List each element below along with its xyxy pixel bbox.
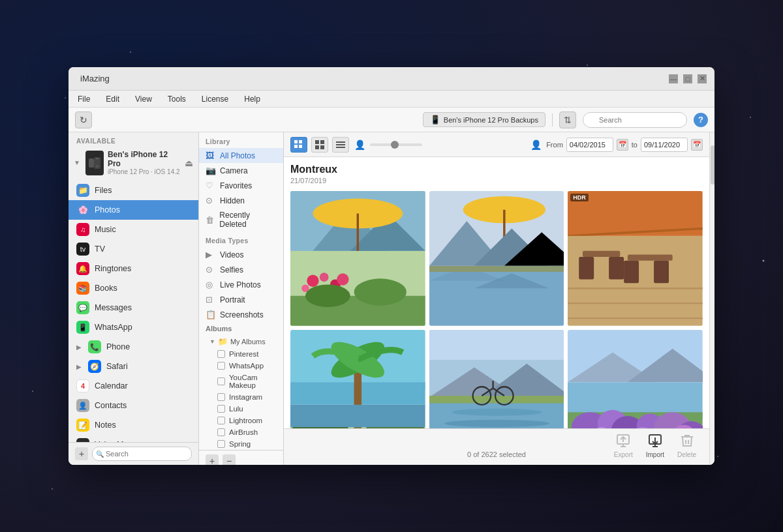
my-albums-icon: 📁 <box>218 337 228 346</box>
album-item-instagram[interactable]: Instagram <box>199 391 283 403</box>
sidebar-item-notes[interactable]: 📝 Notes <box>69 415 198 435</box>
photo-scrollbar[interactable] <box>709 132 714 465</box>
svg-point-62 <box>452 408 542 415</box>
to-calendar-button[interactable]: 📅 <box>691 139 703 151</box>
sidebar-label-safari: Safari <box>106 362 128 371</box>
photo-grid-area: Montreux 21/07/2019 <box>284 157 709 428</box>
favorites-icon: ♡ <box>206 181 216 190</box>
view-grid-small-button[interactable] <box>290 137 307 153</box>
menu-license[interactable]: License <box>199 93 231 105</box>
menu-help[interactable]: Help <box>241 93 263 105</box>
to-date-input[interactable] <box>641 138 688 152</box>
menu-view[interactable]: View <box>132 93 155 105</box>
minimize-button[interactable]: — <box>669 74 678 83</box>
browser-videos[interactable]: ▶ Videos <box>199 247 283 262</box>
view-grid-large-button[interactable] <box>311 137 328 153</box>
album-checkbox-airbrush[interactable] <box>217 428 225 436</box>
sidebar: AVAILABLE ▼ Ben's iPhone 12 Pro iPhone 1… <box>69 132 199 465</box>
albums-section-header[interactable]: Albums <box>199 322 283 335</box>
browser-recently-deleted[interactable]: 🗑 Recently Deleted <box>199 208 283 231</box>
browser-hidden[interactable]: ⊙ Hidden <box>199 193 283 208</box>
browser-camera[interactable]: 📷 Camera <box>199 163 283 178</box>
main-window: iMazing — □ ✕ File Edit View Tools Licen… <box>69 67 714 465</box>
device-selector[interactable]: 📱 Ben's iPhone 12 Pro Backups <box>423 112 545 127</box>
export-action[interactable]: Export <box>614 432 633 458</box>
main-content: AVAILABLE ▼ Ben's iPhone 12 Pro iPhone 1… <box>69 132 714 465</box>
browser-favorites[interactable]: ♡ Favorites <box>199 178 283 193</box>
menu-tools[interactable]: Tools <box>165 93 189 105</box>
person-right-icon[interactable]: 👤 <box>529 138 542 151</box>
sidebar-search-input[interactable] <box>92 447 192 461</box>
messages-icon: 💬 <box>76 301 89 314</box>
svg-rect-4 <box>315 140 319 144</box>
person-left-icon[interactable]: 👤 <box>353 138 366 151</box>
photo-cell-1[interactable] <box>290 191 425 326</box>
photo-cell-2[interactable] <box>429 191 564 326</box>
from-calendar-button[interactable]: 📅 <box>617 139 628 151</box>
album-checkbox-lightroom[interactable] <box>217 417 225 424</box>
browser-all-photos[interactable]: 🖼 All Photos <box>199 148 283 163</box>
svg-point-63 <box>444 419 549 426</box>
album-item-pinterest[interactable]: Pinterest <box>199 348 283 360</box>
eject-icon[interactable]: ⏏ <box>185 158 193 168</box>
sidebar-item-music[interactable]: ♫ Music <box>69 220 198 239</box>
browser-selfies[interactable]: ⊙ Selfies <box>199 262 283 277</box>
delete-action[interactable]: Delete <box>677 432 696 458</box>
delete-label: Delete <box>677 451 696 458</box>
sidebar-item-phone[interactable]: ▶ 📞 Phone <box>69 337 198 357</box>
refresh-button[interactable]: ↻ <box>75 111 92 128</box>
close-button[interactable]: ✕ <box>698 74 707 83</box>
album-checkbox-youcam[interactable] <box>217 377 225 385</box>
sidebar-item-tv[interactable]: tv TV <box>69 239 198 259</box>
import-action[interactable]: Import <box>646 432 664 458</box>
svg-rect-0 <box>294 140 298 143</box>
sidebar-item-safari[interactable]: ▶ 🧭 Safari <box>69 357 198 376</box>
from-date-input[interactable] <box>566 138 613 152</box>
album-checkbox-instagram[interactable] <box>217 393 225 401</box>
album-item-spring[interactable]: Spring <box>199 438 283 450</box>
album-item-youcam[interactable]: YouCam Makeup <box>199 372 283 391</box>
sidebar-item-files[interactable]: 📁 Files <box>69 181 198 200</box>
sidebar-item-whatsapp[interactable]: 📱 WhatsApp <box>69 318 198 337</box>
album-checkbox-pinterest[interactable] <box>217 350 225 358</box>
browser-add-button[interactable]: + <box>206 454 219 465</box>
contacts-icon: 👤 <box>76 399 89 412</box>
browser-screenshots[interactable]: 📋 Screenshots <box>199 307 283 322</box>
menu-edit[interactable]: Edit <box>103 93 122 105</box>
sidebar-item-messages[interactable]: 💬 Messages <box>69 298 198 318</box>
sidebar-item-ringtones[interactable]: 🔔 Ringtones <box>69 259 198 278</box>
view-list-button[interactable] <box>332 137 349 153</box>
photo-cell-3[interactable]: HDR <box>568 191 703 326</box>
album-item-lulu[interactable]: Lulu <box>199 403 283 415</box>
album-checkbox-lulu[interactable] <box>217 405 225 413</box>
photo-cell-5[interactable] <box>429 330 564 428</box>
sidebar-item-voice-memos[interactable]: 🎙 Voice Memos <box>69 435 198 442</box>
books-icon: 📚 <box>76 282 89 295</box>
album-item-whatsapp[interactable]: WhatsApp <box>199 360 283 372</box>
sidebar-item-contacts[interactable]: 👤 Contacts <box>69 396 198 415</box>
album-checkbox-spring[interactable] <box>217 440 225 448</box>
browser-portrait[interactable]: ⊡ Portrait <box>199 292 283 307</box>
sidebar-add-button[interactable]: + <box>75 447 88 460</box>
photo-cell-6[interactable] <box>568 330 703 428</box>
photo-cell-4[interactable] <box>290 330 425 428</box>
browser-live-photos[interactable]: ◎ Live Photos <box>199 277 283 292</box>
browser-remove-button[interactable]: − <box>223 454 236 465</box>
help-button[interactable]: ? <box>694 113 708 127</box>
selection-status: 0 of 2622 selected <box>467 451 526 458</box>
sidebar-item-books[interactable]: 📚 Books <box>69 278 198 298</box>
album-item-lightroom[interactable]: Lightroom <box>199 415 283 426</box>
toolbar-search-input[interactable] <box>583 112 687 128</box>
export-icon <box>614 432 632 450</box>
device-item[interactable]: ▼ Ben's iPhone 12 Pro iPhone 12 Pro · iO… <box>69 147 198 178</box>
manage-button[interactable]: ⇅ <box>559 111 576 128</box>
my-albums-header[interactable]: ▼ 📁 My Albums <box>199 335 283 348</box>
maximize-button[interactable]: □ <box>683 74 692 83</box>
all-photos-label: All Photos <box>220 151 255 160</box>
sidebar-item-calendar[interactable]: 4 Calendar <box>69 376 198 396</box>
sidebar-item-photos[interactable]: 🌸 Photos <box>69 200 198 220</box>
menu-file[interactable]: File <box>75 93 93 105</box>
size-slider[interactable] <box>370 143 422 146</box>
album-checkbox-whatsapp[interactable] <box>217 362 225 370</box>
album-item-airbrush[interactable]: AirBrush <box>199 426 283 438</box>
